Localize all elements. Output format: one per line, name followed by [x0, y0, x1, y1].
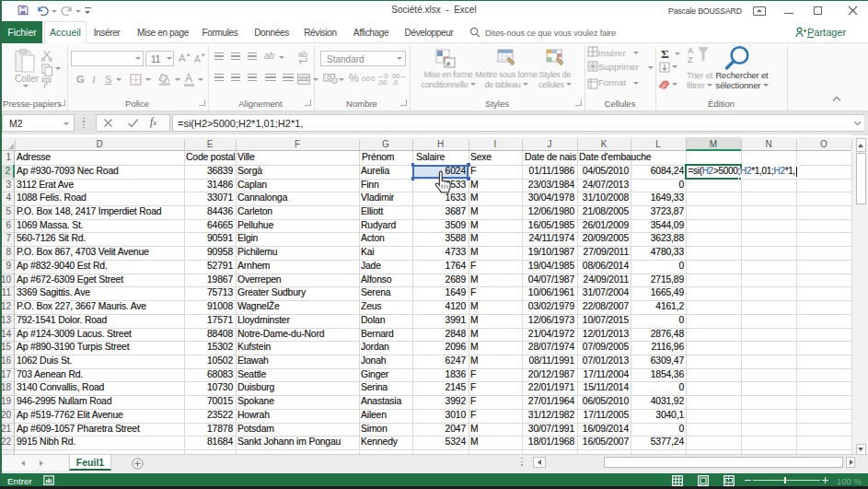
svg-text:A: A — [688, 46, 694, 55]
svg-text:≠: ≠ — [446, 60, 451, 68]
svg-text:Z: Z — [688, 55, 693, 64]
